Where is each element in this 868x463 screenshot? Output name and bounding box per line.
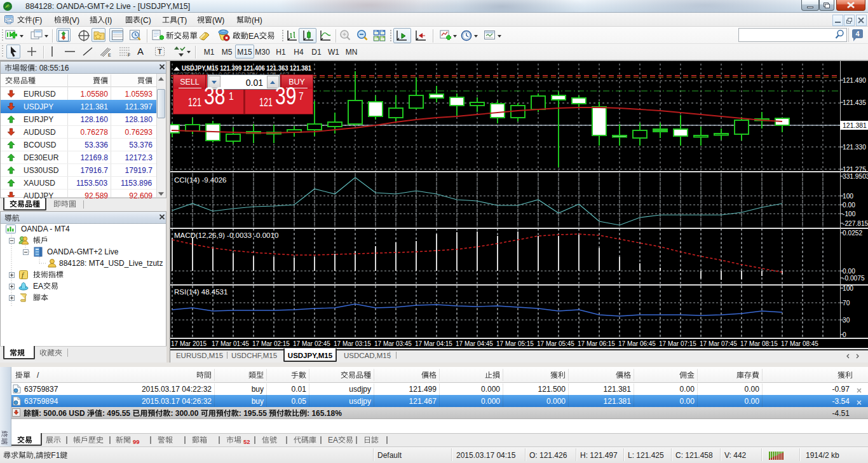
svg-text:121.490: 121.490 (843, 77, 866, 84)
svg-text:17 Mar 02:15: 17 Mar 02:15 (252, 340, 290, 347)
svg-text:-100: -100 (843, 211, 856, 218)
svg-text:17 Mar 05:15: 17 Mar 05:15 (496, 340, 534, 347)
svg-text:121.435: 121.435 (843, 99, 866, 106)
svg-text:17 Mar 08:45: 17 Mar 08:45 (781, 340, 818, 347)
svg-text:0.00: 0.00 (843, 202, 855, 209)
svg-text:-227.8157: -227.8157 (843, 220, 868, 227)
svg-text:17 Mar 08:15: 17 Mar 08:15 (740, 340, 778, 347)
svg-text:17 Mar 05:45: 17 Mar 05:45 (537, 340, 574, 347)
svg-text:T: T (158, 48, 162, 55)
svg-text:17 Mar 01:45: 17 Mar 01:45 (212, 340, 249, 347)
svg-text:17 Mar 07:15: 17 Mar 07:15 (659, 340, 696, 347)
svg-text:70: 70 (843, 300, 850, 307)
svg-text:121.381: 121.381 (843, 121, 867, 129)
svg-text:17 Mar 03:15: 17 Mar 03:15 (334, 340, 371, 347)
svg-text:17 Mar 03:45: 17 Mar 03:45 (374, 340, 412, 347)
svg-text:17 Mar 04:45: 17 Mar 04:45 (456, 340, 493, 347)
svg-text:CCI(14) -9.4026: CCI(14) -9.4026 (174, 176, 226, 184)
svg-text:331.9503: 331.9503 (843, 173, 868, 180)
svg-text:17 Mar 06:15: 17 Mar 06:15 (578, 340, 615, 347)
svg-text:USDJPY,M15 121.399 121.406 12: USDJPY,M15 121.399 121.406 121.363 121.3… (182, 64, 311, 72)
svg-text:17 Mar 04:15: 17 Mar 04:15 (415, 340, 452, 347)
svg-text:121.330: 121.330 (843, 144, 866, 151)
svg-text:-0.0075: -0.0075 (843, 275, 865, 282)
svg-text:100: 100 (843, 193, 853, 200)
svg-text:0: 0 (843, 331, 846, 338)
svg-text:RSI(14) 48.4531: RSI(14) 48.4531 (174, 288, 227, 296)
svg-text:17 Mar 02:45: 17 Mar 02:45 (293, 340, 330, 347)
svg-text:30: 30 (843, 317, 850, 324)
svg-text:0.0252: 0.0252 (843, 230, 862, 237)
svg-text:MACD(12,26,9) -0.0033 -0.0010: MACD(12,26,9) -0.0033 -0.0010 (174, 232, 278, 239)
svg-text:100: 100 (843, 285, 853, 292)
svg-text:17 Mar 07:45: 17 Mar 07:45 (700, 340, 737, 347)
svg-text:F: F (128, 53, 130, 57)
svg-text:17 Mar 06:45: 17 Mar 06:45 (618, 340, 656, 347)
svg-text:17 Mar 2015: 17 Mar 2015 (171, 340, 207, 347)
svg-text:0.00: 0.00 (843, 268, 855, 275)
svg-text:E: E (108, 53, 111, 57)
svg-text:121.275: 121.275 (843, 166, 866, 173)
